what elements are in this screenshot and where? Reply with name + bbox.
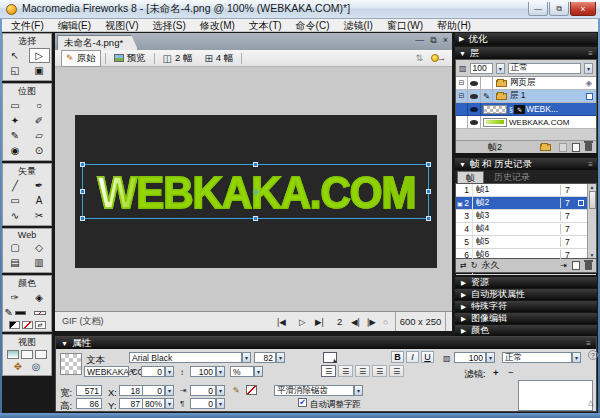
canvas[interactable]: WEBKAKA.COM [75, 115, 437, 268]
layer1-label[interactable]: 层 1 [510, 90, 526, 102]
stroke-pencil-icon[interactable]: ✎ [233, 386, 240, 395]
default-colors-icon[interactable] [9, 321, 20, 329]
selection-handle[interactable] [80, 216, 85, 221]
paragraph-spacing-input[interactable]: 0 [190, 398, 216, 409]
layers-panel-header[interactable]: ▼ 层 ≡ [455, 47, 597, 59]
italic-button[interactable]: I [406, 351, 419, 363]
paint-bucket-tool-icon[interactable]: ◈ [29, 290, 50, 305]
align-left-button[interactable]: ☰ [321, 365, 336, 377]
object-name-input[interactable]: WEBKAKA.CC [84, 366, 129, 377]
lasso-tool-icon[interactable]: ○ [29, 98, 50, 113]
selection-handle[interactable] [426, 162, 431, 167]
indent-dropdown-icon[interactable]: ▾ [216, 385, 225, 396]
y-input[interactable]: 87 [119, 398, 143, 409]
help-icon[interactable]: ? [588, 350, 598, 360]
menu-item-filters[interactable]: 滤镜(I) [336, 19, 379, 32]
frame-delay[interactable]: 7 [560, 224, 586, 234]
visibility-eye-icon[interactable] [468, 90, 481, 103]
selection-handle[interactable] [426, 216, 431, 221]
visibility-eye-icon[interactable] [468, 116, 481, 129]
align-right-button[interactable]: ☰ [355, 365, 370, 377]
panel-menu-icon[interactable]: ≡ [586, 339, 591, 348]
swap-colors-icon[interactable]: ⇄ [35, 321, 46, 329]
baseline-dropdown-icon[interactable]: ▾ [165, 385, 174, 396]
leading-input[interactable]: 100 [190, 366, 216, 377]
rectangle-tool-icon[interactable]: ▭ [5, 193, 26, 208]
minimize-button[interactable]: — [528, 2, 548, 16]
x-input[interactable]: 18 [119, 385, 143, 396]
kerning-dropdown-icon[interactable]: ▾ [165, 366, 174, 377]
underline-button[interactable]: U [421, 351, 434, 363]
hscale-input[interactable]: 80% [141, 398, 165, 409]
filters-list[interactable] [518, 380, 593, 411]
new-layer-icon[interactable] [572, 143, 580, 152]
pointer-tool-icon[interactable]: ↖ [5, 48, 26, 63]
doc-restore-button[interactable]: ⧉ [430, 35, 436, 46]
menu-item-edit[interactable]: 编辑(E) [51, 19, 98, 32]
layer-row-web[interactable]: ⊟ 网页层 ◈ [456, 77, 596, 90]
frame-row-selected[interactable]: ▣2帧27 [456, 197, 596, 210]
blend-mode-select[interactable]: 正常 [508, 63, 582, 74]
layer-opacity-input[interactable]: 100 [470, 63, 493, 74]
scroll-up-icon[interactable]: ▲ [590, 184, 595, 190]
first-frame-button[interactable]: |◀ [277, 312, 286, 331]
tab-frames[interactable]: 帧 [457, 171, 484, 183]
font-select[interactable]: Arial Black [129, 352, 242, 363]
next-frame-button[interactable]: |▶ [367, 312, 376, 331]
menu-item-modify[interactable]: 修改(M) [193, 19, 242, 32]
frame-row[interactable]: 5帧57 [456, 236, 596, 249]
playback-quality-icon[interactable]: ⇅ [415, 53, 423, 63]
font-size-input[interactable]: 82 [254, 352, 276, 363]
image-editing-panel-header[interactable]: ▶图像编辑 [455, 313, 597, 324]
expander-icon[interactable]: ⊟ [456, 90, 468, 103]
distribute-to-frames-icon[interactable]: ⇥ [560, 261, 567, 270]
quick-export-button[interactable]: → [431, 53, 446, 63]
opacity-dropdown-icon[interactable]: ▾ [496, 63, 505, 74]
pen-tool-icon[interactable]: ✒ [29, 178, 50, 193]
blur-tool-icon[interactable]: ◉ [5, 143, 26, 158]
selection-handle[interactable] [80, 162, 85, 167]
frame-row[interactable]: 4帧47 [456, 223, 596, 236]
eyedropper-tool-icon[interactable]: ✑ [5, 290, 26, 305]
frames-scrollbar[interactable]: ▲ ▼ [587, 184, 596, 258]
frame-delay[interactable]: 7 [560, 185, 586, 195]
delete-layer-icon[interactable] [585, 143, 592, 151]
menu-item-text[interactable]: 文本(T) [242, 19, 289, 32]
special-chars-panel-header[interactable]: ▶特殊字符 [455, 301, 597, 312]
bold-button[interactable]: B [391, 351, 404, 363]
loop-label[interactable]: 永久 [481, 259, 499, 272]
view-original-button[interactable]: ✎原始 [61, 50, 101, 67]
menu-item-select[interactable]: 选择(S) [145, 19, 192, 32]
autoshape-panel-header[interactable]: ▶自动形状属性 [455, 289, 597, 300]
rectangle-hotspot-tool-icon[interactable]: ▢ [5, 240, 26, 255]
optimize-panel-header[interactable]: ▶ 优化 [455, 33, 597, 45]
stop-button[interactable]: ○ [383, 312, 388, 331]
auto-kern-checkbox[interactable]: ✔ [298, 398, 307, 407]
knife-tool-icon[interactable]: ✂ [29, 208, 50, 223]
expander-icon[interactable]: ⊟ [456, 77, 468, 90]
selection-handle[interactable] [253, 162, 258, 167]
font-dropdown-icon[interactable]: ▾ [242, 352, 251, 363]
standard-screen-mode-button[interactable] [7, 350, 19, 359]
close-button[interactable]: × [570, 2, 596, 16]
opacity-dropdown-icon[interactable]: ▾ [486, 352, 495, 363]
gif-loop-icon[interactable]: ⇄ [460, 261, 467, 270]
polygon-slice-tool-icon[interactable]: ▥ [29, 255, 50, 270]
align-justify-button[interactable]: ☰ [372, 365, 387, 377]
view-2up-button[interactable]: ◫2 幅 [159, 51, 197, 66]
blend-mode-select[interactable]: 正常 [502, 352, 572, 363]
scrollbar-thumb[interactable] [589, 191, 596, 209]
doc-close-button[interactable]: × [443, 35, 448, 46]
play-button[interactable]: ▷ [299, 312, 306, 331]
leading-unit-dropdown-icon[interactable]: ▾ [254, 366, 263, 377]
indent-input[interactable]: 0 [190, 385, 216, 396]
layer-object-row[interactable]: WEBKAKA.COM [456, 116, 596, 129]
document-tab[interactable]: 未命名-4.png* [57, 35, 138, 50]
add-filter-button[interactable]: + [493, 367, 499, 378]
hscale-dropdown-icon[interactable]: ▾ [165, 398, 174, 409]
subselection-tool-icon[interactable]: ▷ [29, 48, 50, 63]
width-input[interactable]: 571 [76, 385, 102, 396]
menu-item-file[interactable]: 文件(F) [4, 19, 51, 32]
lock-column[interactable] [481, 77, 493, 90]
antialias-dropdown-icon[interactable]: ▾ [354, 385, 363, 396]
